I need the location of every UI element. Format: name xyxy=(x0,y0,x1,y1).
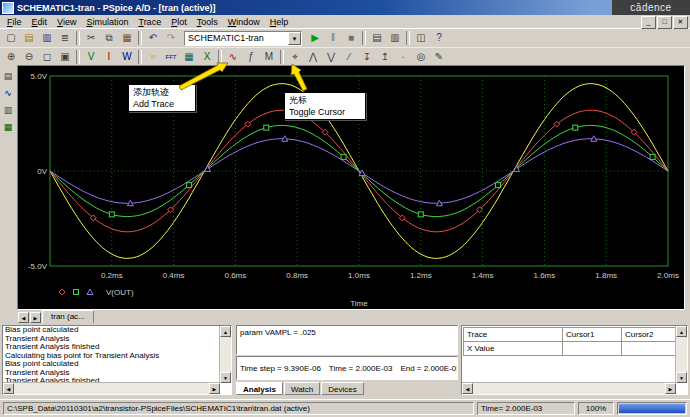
zoom-in-icon[interactable]: ⊕ xyxy=(2,49,20,65)
status-file-path: C:\SPB_Data\20110301\a2\transistor-PSpic… xyxy=(3,402,474,415)
probe-icons: ⊕⊖◻▣VIWY!FFT▦X∿ƒM⌖⋀⋁∕↧↥∙◎✎ xyxy=(2,49,448,65)
combo-value: SCHEMATIC1-tran xyxy=(188,33,264,43)
tab-scroll-right-icon[interactable]: ▶ xyxy=(30,312,41,323)
zoom-fit-icon[interactable]: ▣ xyxy=(56,49,74,65)
mark-label-icon[interactable]: ✎ xyxy=(430,49,448,65)
bias-power-icon[interactable]: W xyxy=(118,49,136,65)
output-window-icon[interactable]: ▦ xyxy=(1,120,15,134)
view-netlist-icon[interactable]: ▤ xyxy=(368,30,386,46)
undo-icon[interactable]: ↶ xyxy=(144,30,162,46)
cursor-window[interactable]: TraceCursor1Cursor2X Value ▲ ▼ ◀ ▶ xyxy=(461,325,688,395)
menu-simulation[interactable]: Simulation xyxy=(81,17,133,27)
paste-icon[interactable]: ▦ xyxy=(118,30,136,46)
goal-functions-icon[interactable]: Y! xyxy=(144,49,162,65)
cursor-slope-icon[interactable]: ∕ xyxy=(340,49,358,65)
toggle-cursor-button[interactable]: ⌖ xyxy=(286,49,304,65)
restore-button[interactable]: □ xyxy=(657,16,672,29)
simulation-results-icon[interactable]: ▤ xyxy=(1,69,15,83)
svg-text:0.4ms: 0.4ms xyxy=(163,271,185,280)
circuit-file-icon[interactable]: ▥ xyxy=(1,103,15,117)
watch-parameter-box: param VAMPL = .025 xyxy=(236,325,458,355)
print-icon[interactable]: ≣ xyxy=(56,30,74,46)
menu-window[interactable]: Window xyxy=(223,17,265,27)
menu-tools[interactable]: Tools xyxy=(192,17,223,27)
tab-scroll-left-icon[interactable]: ◀ xyxy=(18,312,29,323)
simulation-queue-icon[interactable]: ◫ xyxy=(412,30,430,46)
waveform-window-icon[interactable]: ∿ xyxy=(1,86,15,100)
menu-plot[interactable]: Plot xyxy=(166,17,192,27)
toolbar-separator xyxy=(218,50,222,64)
scroll-left-icon[interactable]: ◀ xyxy=(3,383,14,394)
add-trace-button[interactable]: ∿ xyxy=(224,49,242,65)
toolbar-separator xyxy=(138,31,142,45)
cursor-value xyxy=(563,342,622,356)
plot-tab-tran[interactable]: tran (ac... xyxy=(42,310,94,323)
tab-analysis[interactable]: Analysis xyxy=(236,382,283,395)
callout-text-cn: 光标 xyxy=(289,94,361,106)
probe-toolbar: ⊕⊖◻▣VIWY!FFT▦X∿ƒM⌖⋀⋁∕↧↥∙◎✎ xyxy=(0,47,690,65)
cursor-peak-icon[interactable]: ⋀ xyxy=(304,49,322,65)
copy-icon[interactable]: ⧉ xyxy=(100,30,118,46)
cursor-min-icon[interactable]: ↧ xyxy=(358,49,376,65)
tab-watch[interactable]: Watch xyxy=(284,382,320,395)
performance-analysis-icon[interactable]: ▦ xyxy=(180,49,198,65)
toolbar-separator xyxy=(138,50,142,64)
scroll-down-icon[interactable]: ▼ xyxy=(220,372,231,383)
help-icon[interactable]: ? xyxy=(430,30,448,46)
scroll-up-icon[interactable]: ▲ xyxy=(676,326,687,337)
output-vscrollbar[interactable]: ▲ ▼ xyxy=(219,326,231,383)
toolbar-separator xyxy=(362,31,366,45)
callout-text-cn: 添加轨迹 xyxy=(133,86,191,98)
menu-trace[interactable]: Trace xyxy=(133,17,166,27)
cursor-point-icon[interactable]: ∙ xyxy=(394,49,412,65)
scroll-right-icon[interactable]: ▶ xyxy=(209,383,220,394)
macro-icon[interactable]: M xyxy=(260,49,278,65)
add-function-icon[interactable]: ƒ xyxy=(242,49,260,65)
svg-text:2.0ms: 2.0ms xyxy=(657,271,679,280)
svg-text:-5.0V: -5.0V xyxy=(28,262,48,271)
new-file-icon[interactable]: ▢ xyxy=(2,30,20,46)
cadence-logo: cādence xyxy=(612,0,690,15)
menu-edit[interactable]: Edit xyxy=(27,17,53,27)
view-output-file-icon[interactable]: ▥ xyxy=(386,30,404,46)
menu-view[interactable]: View xyxy=(52,17,81,27)
menu-help[interactable]: Help xyxy=(265,17,294,27)
cursor-trough-icon[interactable]: ⋁ xyxy=(322,49,340,65)
cursor-hscrollbar[interactable]: ◀ ▶ xyxy=(462,382,676,394)
simulation-profile-combo[interactable]: SCHEMATIC1-tran ▾ xyxy=(184,31,302,46)
close-button[interactable]: ✕ xyxy=(673,16,688,29)
tab-devices[interactable]: Devices xyxy=(321,382,363,395)
simulation-icons: ▶‖■▤▥◫? xyxy=(306,30,448,46)
redo-icon[interactable]: ↷ xyxy=(162,30,180,46)
cursor-col-cursor2: Cursor2 xyxy=(622,328,681,342)
status-bar: C:\SPB_Data\20110301\a2\transistor-PSpic… xyxy=(0,399,690,417)
scroll-left-icon[interactable]: ◀ xyxy=(462,383,473,394)
zoom-area-icon[interactable]: ◻ xyxy=(38,49,56,65)
zoom-out-icon[interactable]: ⊖ xyxy=(20,49,38,65)
scroll-right-icon[interactable]: ▶ xyxy=(665,383,676,394)
output-messages-panel[interactable]: Bias point calculatedTransient AnalysisT… xyxy=(2,325,232,395)
minimize-button[interactable]: _ xyxy=(641,16,656,29)
stop-button[interactable]: ■ xyxy=(342,30,360,46)
scroll-up-icon[interactable]: ▲ xyxy=(220,326,231,337)
bias-voltage-icon[interactable]: V xyxy=(82,49,100,65)
cursor-vscrollbar[interactable]: ▲ ▼ xyxy=(675,326,687,383)
svg-text:1.0ms: 1.0ms xyxy=(348,271,370,280)
combo-dropdown-arrow[interactable]: ▾ xyxy=(288,32,301,45)
save-icon[interactable]: ▥ xyxy=(38,30,56,46)
run-button[interactable]: ▶ xyxy=(306,30,324,46)
cursor-row-label: X Value xyxy=(464,342,563,356)
menu-file[interactable]: File xyxy=(2,17,27,27)
cut-icon[interactable]: ✂ xyxy=(82,30,100,46)
pause-button[interactable]: ‖ xyxy=(324,30,342,46)
scroll-down-icon[interactable]: ▼ xyxy=(676,372,687,383)
toolbar-separator xyxy=(280,50,284,64)
output-hscrollbar[interactable]: ◀ ▶ xyxy=(3,382,220,394)
open-file-icon[interactable]: ▤ xyxy=(20,30,38,46)
cursor-max-icon[interactable]: ↥ xyxy=(376,49,394,65)
bias-current-icon[interactable]: I xyxy=(100,49,118,65)
excel-export-icon[interactable]: X xyxy=(198,49,216,65)
toolbar-separator xyxy=(76,31,80,45)
cursor-search-icon[interactable]: ◎ xyxy=(412,49,430,65)
fourier-fft-icon[interactable]: FFT xyxy=(162,49,180,65)
